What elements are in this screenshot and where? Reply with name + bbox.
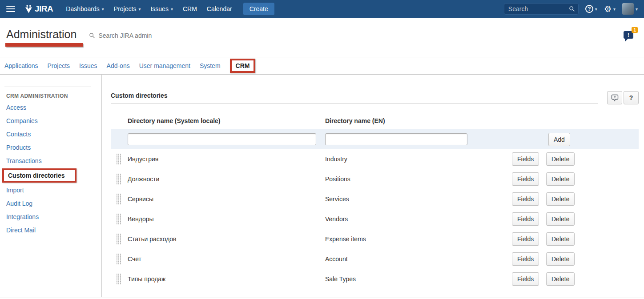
- table-row: Должности Positions Fields Delete: [111, 169, 639, 189]
- sidebar-item: Access: [0, 101, 101, 114]
- nav-menu-item[interactable]: Issues ▾: [145, 0, 178, 18]
- admin-tab[interactable]: Issues: [79, 62, 97, 69]
- fields-button[interactable]: Fields: [512, 232, 539, 246]
- drag-handle-icon[interactable]: [116, 173, 121, 185]
- sidebar-item: Transactions: [0, 154, 101, 167]
- search-input[interactable]: [504, 3, 579, 15]
- speech-bubble-plus-icon: [611, 94, 619, 102]
- sidebar-item: Contacts: [0, 128, 101, 141]
- drag-handle-icon[interactable]: [116, 213, 121, 225]
- sidebar-item: Companies: [0, 114, 101, 128]
- section-divider: [111, 104, 598, 104]
- nav-menu-item[interactable]: CRM ▾: [178, 0, 202, 18]
- sidebar-item-link[interactable]: Import: [0, 183, 101, 197]
- admin-tab[interactable]: CRM: [230, 59, 256, 73]
- nav-menu-item[interactable]: Projects ▾: [109, 0, 146, 18]
- directory-name-en: Positions: [325, 175, 512, 183]
- admin-tab[interactable]: System: [200, 62, 221, 69]
- delete-button[interactable]: Delete: [546, 272, 575, 286]
- admin-tabs: Applications Projects Issues Add-ons Use…: [0, 57, 644, 75]
- directory-name-locale: Вендоры: [128, 215, 325, 223]
- sidebar-item: Integrations: [0, 210, 101, 223]
- delete-button[interactable]: Delete: [546, 212, 575, 226]
- sidebar-item: Direct Mail: [0, 223, 101, 237]
- nav-menu-item-label: Projects: [114, 5, 137, 12]
- create-button[interactable]: Create: [243, 3, 274, 15]
- table-header: Directory name (System locale) Directory…: [111, 112, 639, 129]
- sidebar-item-link[interactable]: Integrations: [0, 210, 101, 223]
- fields-button[interactable]: Fields: [512, 172, 539, 186]
- user-menu[interactable]: ▾: [622, 3, 638, 15]
- admin-search[interactable]: Search JIRA admin: [89, 32, 152, 39]
- nav-menu-item[interactable]: Calendar ▾: [202, 0, 237, 18]
- fields-button[interactable]: Fields: [512, 152, 539, 166]
- sidebar-item-link[interactable]: Audit Log: [0, 197, 101, 210]
- body-layout: CRM ADMINISTRATION Access Companies Cont…: [0, 75, 644, 297]
- exclamation-glyph: !: [628, 32, 629, 38]
- header-buttons: ?: [607, 91, 639, 104]
- drag-handle-icon[interactable]: [116, 273, 121, 285]
- admin-tab[interactable]: User management: [139, 62, 190, 69]
- add-button[interactable]: Add: [548, 133, 570, 146]
- chevron-down-icon: ▾: [595, 7, 597, 12]
- delete-button[interactable]: Delete: [546, 152, 575, 166]
- delete-button[interactable]: Delete: [546, 232, 575, 246]
- help-menu[interactable]: ? ▾: [585, 5, 597, 13]
- sidebar-item-link[interactable]: Transactions: [0, 154, 101, 167]
- nav-menu-item-label: Dashboards: [66, 5, 100, 12]
- sidebar-list: Access Companies Contacts Products: [0, 101, 101, 237]
- sidebar-item-link[interactable]: Direct Mail: [0, 223, 101, 237]
- delete-button[interactable]: Delete: [546, 192, 575, 206]
- admin-tab[interactable]: Applications: [4, 62, 38, 69]
- drag-handle-icon[interactable]: [116, 153, 121, 165]
- gear-icon: ⚙: [604, 5, 612, 13]
- directory-name-locale: Сервисы: [128, 195, 325, 203]
- hamburger-menu-icon[interactable]: [6, 6, 15, 12]
- search-icon: [569, 6, 575, 12]
- add-directory-row: Add: [111, 129, 639, 149]
- feedback-button[interactable]: [607, 91, 622, 104]
- directory-name-locale: Статьи расходов: [128, 235, 325, 243]
- fields-button[interactable]: Fields: [512, 252, 539, 266]
- search-icon: [89, 32, 95, 39]
- directory-name-locale: Типы продаж: [128, 275, 325, 283]
- settings-menu[interactable]: ⚙ ▾: [604, 5, 616, 13]
- drag-handle-icon[interactable]: [116, 233, 121, 245]
- fields-button[interactable]: Fields: [512, 192, 539, 206]
- sidebar-item-link[interactable]: Custom directories: [2, 168, 76, 183]
- sidebar-item-link[interactable]: Companies: [0, 114, 101, 128]
- fields-button[interactable]: Fields: [512, 272, 539, 286]
- jira-logo-text: JIRA: [35, 4, 53, 14]
- nav-menu-item-label: Calendar: [207, 5, 232, 12]
- admin-tab[interactable]: Add-ons: [107, 62, 130, 69]
- main-content: Custom directories ? Directory name (Sys…: [102, 75, 644, 297]
- fields-button[interactable]: Fields: [512, 212, 539, 226]
- sidebar-item: Products: [0, 141, 101, 154]
- directory-name-locale: Индустрия: [128, 155, 325, 163]
- admin-tab-label: Issues: [79, 62, 97, 69]
- sidebar-item-link[interactable]: Products: [0, 141, 101, 154]
- delete-button[interactable]: Delete: [546, 252, 575, 266]
- sidebar-item-link[interactable]: Contacts: [0, 128, 101, 141]
- sidebar-item: Import: [0, 183, 101, 197]
- directory-name-en: Expense items: [325, 235, 512, 243]
- crm-admin-sidebar: CRM ADMINISTRATION Access Companies Cont…: [0, 75, 102, 297]
- notification-icon[interactable]: ! 1: [624, 31, 633, 39]
- table-row: Типы продаж Sale Types Fields Delete: [111, 269, 639, 289]
- jira-logo[interactable]: JIRA: [24, 4, 53, 14]
- drag-handle-icon[interactable]: [116, 193, 121, 205]
- directory-name-locale-input[interactable]: [128, 133, 316, 145]
- directory-name-locale: Должности: [128, 175, 325, 183]
- top-navigation: JIRA Dashboards ▾ Projects ▾ Issues ▾: [0, 0, 644, 18]
- chevron-down-icon: ▾: [636, 7, 638, 12]
- delete-button[interactable]: Delete: [546, 172, 575, 186]
- nav-search: [504, 3, 579, 15]
- sidebar-item: Custom directories: [0, 167, 101, 183]
- directory-name-en: Vendors: [325, 215, 512, 223]
- help-button[interactable]: ?: [624, 91, 639, 104]
- admin-tab[interactable]: Projects: [48, 62, 70, 69]
- sidebar-item-link[interactable]: Access: [0, 101, 101, 114]
- drag-handle-icon[interactable]: [116, 253, 121, 265]
- directory-name-en-input[interactable]: [325, 133, 467, 145]
- nav-menu-item[interactable]: Dashboards ▾: [61, 0, 109, 18]
